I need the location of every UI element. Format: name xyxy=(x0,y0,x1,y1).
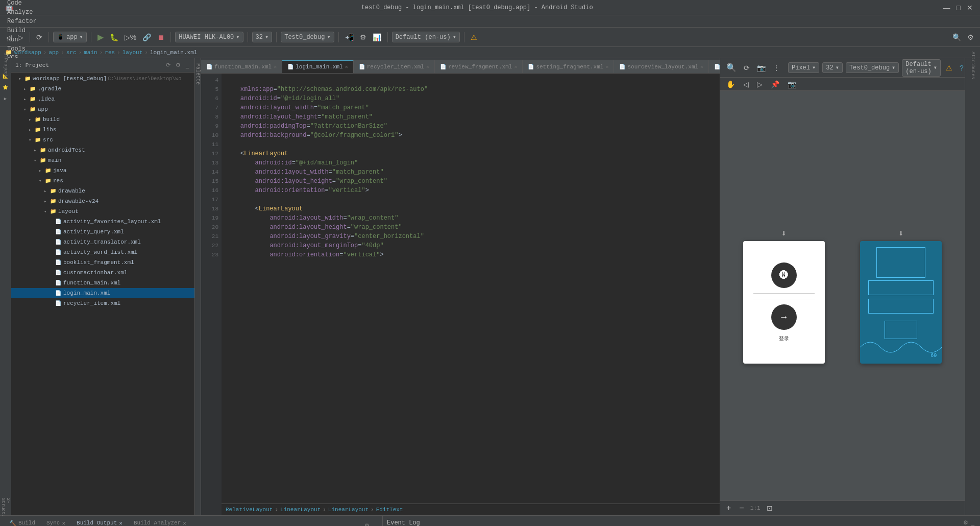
pan-button[interactable]: ✋ xyxy=(724,79,737,89)
tree-androidtest[interactable]: ▸ 📁 androidTest xyxy=(11,145,194,155)
tree-res[interactable]: ▾ 📁 res xyxy=(11,176,194,186)
tab-build[interactable]: 🔨 Build xyxy=(4,517,40,526)
zoom-in-preview[interactable]: 🔍 xyxy=(724,62,739,74)
build-settings[interactable]: ⚙ xyxy=(363,522,371,526)
tab-sync[interactable]: Sync ✕ xyxy=(41,517,70,526)
camera-preview[interactable]: 📷 xyxy=(755,63,768,73)
forward-arrow-preview[interactable]: ▷ xyxy=(755,79,765,89)
project-options-btn[interactable]: ⚙ xyxy=(174,61,182,69)
tree-login-main[interactable]: ▸ 📄 login_main.xml xyxy=(11,288,194,298)
close-recycler-item[interactable]: ✕ xyxy=(426,64,429,70)
close-function-main[interactable]: ✕ xyxy=(274,64,277,70)
tree-layout[interactable]: ▾ 📁 layout xyxy=(11,206,194,217)
pin-button[interactable]: 📌 xyxy=(769,79,781,89)
project-sync-btn[interactable]: ⟳ xyxy=(164,61,172,69)
close-login-main[interactable]: ✕ xyxy=(345,64,348,70)
breadcrumb-res[interactable]: res xyxy=(105,50,115,56)
breadcrumb-wordsapp[interactable]: wordsapp xyxy=(14,50,41,56)
run-button[interactable]: ▶ xyxy=(95,31,106,43)
breadcrumb-main[interactable]: main xyxy=(84,50,97,56)
api-preview-dropdown[interactable]: 32 ▾ xyxy=(822,62,843,73)
forward-button[interactable]: ▷ xyxy=(16,32,26,42)
debug-button[interactable]: 🐛 xyxy=(108,32,120,42)
tree-booklist[interactable]: ▸ 📄 booklist_fragment.xml xyxy=(11,257,194,268)
breadcrumb-relativelayout[interactable]: RelativeLayout xyxy=(226,507,273,513)
back-button[interactable]: ◁ xyxy=(4,32,14,42)
structure-icon[interactable]: 📐 xyxy=(1,71,10,81)
run-with-coverage[interactable]: ▷% xyxy=(122,32,138,42)
menu-refactor[interactable]: Refactor xyxy=(3,17,41,26)
breadcrumb-file[interactable]: login_main.xml xyxy=(150,50,197,56)
event-log-settings[interactable]: ⚙ xyxy=(962,519,970,526)
app-dropdown[interactable]: 📱 app ▾ xyxy=(53,32,87,42)
settings-button[interactable]: ⚙ xyxy=(965,32,976,42)
warning-button[interactable]: ⚠ xyxy=(469,32,479,42)
profile-button[interactable]: 📊 xyxy=(371,32,383,42)
tab-function-main[interactable]: 📄 function_main.xml ✕ xyxy=(201,60,282,73)
tree-recycler-item[interactable]: ▸ 📄 recycler_item.xml xyxy=(11,298,194,308)
tree-main[interactable]: ▾ 📁 main xyxy=(11,155,194,165)
sdk-manager[interactable]: ⚙ xyxy=(358,32,369,42)
tree-activity-wordlist[interactable]: ▸ 📄 activity_word_list.xml xyxy=(11,247,194,257)
sync-button[interactable]: ⟳ xyxy=(34,32,44,42)
tree-customactionbar[interactable]: ▸ 📄 customactionbar.xml xyxy=(11,268,194,278)
menu-analyze[interactable]: Analyze xyxy=(3,8,41,17)
tree-root[interactable]: ▾ 📁 wordsapp [test0_debug] C:\Users\User… xyxy=(11,74,194,84)
event-log-minimize[interactable]: _ xyxy=(970,519,976,527)
breadcrumb-app[interactable]: app xyxy=(48,50,59,56)
tree-activity-fav[interactable]: ▸ 📄 activity_favorites_layout.xml xyxy=(11,217,194,227)
device-dropdown[interactable]: HUAWEI HLK-AL00 ▾ xyxy=(175,32,243,42)
lang-dropdown[interactable]: Default (en-us) ▾ xyxy=(392,32,460,42)
breadcrumb-linearlayout-2[interactable]: LinearLayout xyxy=(328,507,369,513)
config-dropdown[interactable]: Test0_debug ▾ xyxy=(281,32,334,42)
tree-build[interactable]: ▸ 📁 build xyxy=(11,114,194,125)
tab-build-analyzer[interactable]: Build Analyzer ✕ xyxy=(129,517,191,526)
api-dropdown[interactable]: 32 ▾ xyxy=(252,32,273,42)
close-sourceview[interactable]: ✕ xyxy=(700,64,703,70)
tree-idea[interactable]: ▸ 📁 .idea xyxy=(11,94,194,104)
tree-drawable[interactable]: ▸ 📁 drawable xyxy=(11,186,194,196)
close-setting-fragment[interactable]: ✕ xyxy=(605,64,608,70)
breadcrumb-edittext[interactable]: EditText xyxy=(376,507,403,513)
minimize-button[interactable]: — xyxy=(941,3,952,13)
breadcrumb-linearlayout-1[interactable]: LinearLayout xyxy=(280,507,321,513)
warning-preview[interactable]: ⚠ xyxy=(944,63,954,73)
close-build-output[interactable]: ✕ xyxy=(119,520,122,527)
fit-btn[interactable]: ⊡ xyxy=(765,503,775,513)
search-button[interactable]: 🔍 xyxy=(950,32,963,42)
maximize-button[interactable]: □ xyxy=(954,3,963,13)
tab-statistic[interactable]: 📄 statistic_fragment.x... ✕ xyxy=(709,60,720,73)
tree-app[interactable]: ▾ 📁 app xyxy=(11,104,194,114)
zoom-plus-btn[interactable]: + xyxy=(724,503,733,514)
project-minimize-btn[interactable]: _ xyxy=(184,62,190,69)
stop-button[interactable]: ⏹ xyxy=(155,32,166,42)
back-arrow-preview[interactable]: ◁ xyxy=(741,79,751,89)
tab-review-fragment[interactable]: 📄 review_fragment.xml ✕ xyxy=(435,60,523,73)
close-sync[interactable]: ✕ xyxy=(62,520,65,527)
tree-activity-query[interactable]: ▸ 📄 activity_query.xml xyxy=(11,227,194,237)
config-preview-dropdown[interactable]: Test0_debug ▾ xyxy=(846,62,899,73)
code-content[interactable]: xmlns:app="http://schemas.android.com/ap… xyxy=(222,74,720,515)
build-minimize[interactable]: _ xyxy=(372,522,378,526)
breadcrumb-layout[interactable]: layout xyxy=(122,50,143,56)
breadcrumb-src[interactable]: src xyxy=(66,50,77,56)
tree-function-main[interactable]: ▸ 📄 function_main.xml xyxy=(11,278,194,288)
project-view-icon[interactable]: 1:Project xyxy=(1,60,10,69)
tree-java[interactable]: ▸ 📁 java xyxy=(11,165,194,176)
tab-sourceview[interactable]: 📄 sourceview_layout.xml ✕ xyxy=(614,60,709,73)
avd-manager[interactable]: 📲 xyxy=(343,32,356,42)
zoom-minus-btn[interactable]: − xyxy=(737,503,746,514)
close-review-fragment[interactable]: ✕ xyxy=(514,64,517,70)
close-build-analyzer[interactable]: ✕ xyxy=(183,520,186,527)
tree-src[interactable]: ▾ 📁 src xyxy=(11,135,194,145)
tree-drawable-v24[interactable]: ▸ 📁 drawable-v24 xyxy=(11,196,194,206)
palette-label[interactable]: Palette xyxy=(195,63,201,85)
tab-build-output[interactable]: Build Output ✕ xyxy=(71,517,128,526)
camera2-button[interactable]: 📷 xyxy=(786,79,798,89)
favorites-icon[interactable]: ⭐ xyxy=(1,83,10,92)
tree-gradle[interactable]: ▸ 📁 .gradle xyxy=(11,84,194,94)
pixel-dropdown[interactable]: Pixel ▾ xyxy=(788,62,819,73)
menu-code[interactable]: Code xyxy=(3,0,41,8)
attach-debugger[interactable]: 🔗 xyxy=(140,32,153,42)
close-button[interactable]: ✕ xyxy=(965,3,975,13)
